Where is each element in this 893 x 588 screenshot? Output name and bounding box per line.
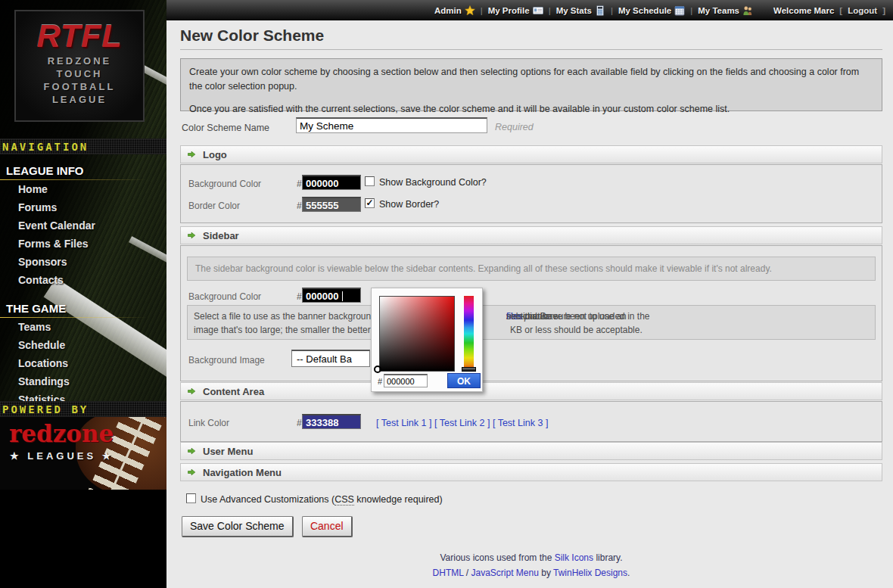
javascript-menu-link[interactable]: JavaScript Menu bbox=[471, 568, 539, 578]
page-title: New Color Scheme bbox=[180, 26, 324, 45]
welcome-user-label: Welcome Marc bbox=[773, 6, 834, 15]
redzone-leagues-logo[interactable]: redzone ★ LEAGUES ★ bbox=[0, 417, 166, 490]
advanced-customizations-label: Use Advanced Customizations (CSS knowled… bbox=[201, 494, 443, 505]
show-bg-color-checkbox[interactable] bbox=[365, 176, 375, 186]
picker-hex-input[interactable] bbox=[384, 374, 428, 387]
section-header-user-menu[interactable]: User Menu bbox=[180, 442, 882, 460]
brand-name: redzone bbox=[9, 420, 114, 447]
sidebar-item-event-calendar[interactable]: Event Calendar bbox=[0, 216, 166, 235]
title-divider bbox=[180, 49, 882, 50]
calculator-icon bbox=[595, 5, 605, 16]
twinhelix-link[interactable]: TwinHelix Designs bbox=[553, 568, 627, 578]
sidebar-item-home[interactable]: Home bbox=[0, 180, 166, 198]
sidebar-item-forms-files[interactable]: Forms & Files bbox=[0, 235, 166, 253]
color-selection-marker[interactable] bbox=[374, 366, 381, 373]
sidebar-item-locations[interactable]: Locations bbox=[0, 354, 166, 372]
background-image-label: Background Image bbox=[188, 355, 265, 366]
logo-line: FOOTBALL bbox=[16, 80, 143, 93]
logout-link[interactable]: Logout bbox=[848, 6, 877, 15]
color-picker-popup: # OK bbox=[371, 288, 483, 392]
logo-line: TOUCH bbox=[16, 67, 143, 80]
saturation-value-square[interactable] bbox=[379, 296, 455, 372]
action-buttons: Save Color Scheme Cancel bbox=[182, 516, 358, 537]
sidebar-panel: The sidebar background color is viewable… bbox=[180, 245, 882, 381]
menu-my-profile[interactable]: My Profile bbox=[488, 5, 543, 16]
menu-my-schedule[interactable]: My Schedule bbox=[618, 5, 685, 16]
save-color-scheme-button[interactable]: Save Color Scheme bbox=[182, 516, 294, 537]
sidebar-bg-color-label: Background Color bbox=[188, 291, 261, 302]
star-icon bbox=[465, 5, 475, 16]
logo-line: LEAGUE bbox=[16, 93, 143, 106]
show-border-checkbox[interactable]: ✓ bbox=[365, 198, 375, 208]
logo-bg-color-label: Background Color bbox=[188, 179, 261, 189]
scheme-name-label: Color Scheme Name bbox=[182, 123, 269, 133]
nav-group-the-game: THE GAME bbox=[0, 299, 166, 318]
hue-slider-handle[interactable] bbox=[462, 367, 476, 372]
logo-line: REDZONE bbox=[16, 54, 143, 67]
green-arrow-icon bbox=[187, 446, 196, 456]
green-arrow-icon bbox=[187, 150, 196, 159]
picker-ok-button[interactable]: OK bbox=[447, 373, 481, 388]
vcard-icon bbox=[533, 5, 543, 16]
dhtml-link[interactable]: DHTML bbox=[433, 568, 464, 578]
menu-my-teams[interactable]: My Teams bbox=[698, 5, 753, 16]
hash-prefix: # bbox=[297, 291, 302, 302]
show-bg-color-label: Show Background Color? bbox=[379, 177, 487, 188]
sidebar: RTFL REDZONE TOUCH FOOTBALL LEAGUE NAVIG… bbox=[0, 0, 166, 588]
intro-paragraph: Once you are satisfied with the current … bbox=[189, 102, 873, 117]
sidebar-item-sponsors[interactable]: Sponsors bbox=[0, 253, 166, 271]
app-window: RTFL REDZONE TOUCH FOOTBALL LEAGUE NAVIG… bbox=[0, 0, 893, 588]
section-header-sidebar[interactable]: Sidebar bbox=[180, 226, 882, 244]
logout-bracket: ] bbox=[882, 6, 885, 15]
logo-border-color-label: Border Color bbox=[188, 201, 240, 211]
advanced-customizations-checkbox[interactable] bbox=[186, 493, 196, 503]
content-area-panel: Link Color # 333388 [ Test Link 1 ] [ Te… bbox=[180, 401, 882, 442]
sidebar-note: The sidebar background color is viewable… bbox=[187, 257, 876, 281]
show-border-label: Show Border? bbox=[379, 199, 439, 210]
logo-bg-color-input[interactable]: 000000 bbox=[302, 175, 361, 190]
sidebar-bg-color-input[interactable]: 000000 bbox=[302, 288, 361, 303]
intro-paragraph: Create your own color scheme by choosing… bbox=[189, 65, 873, 94]
required-hint: Required bbox=[495, 122, 534, 132]
hash-prefix: # bbox=[297, 201, 302, 211]
menu-admin[interactable]: Admin bbox=[434, 5, 475, 16]
menu-my-stats[interactable]: My Stats bbox=[556, 5, 605, 16]
logo-panel: Background Color # 000000 Show Backgroun… bbox=[180, 164, 882, 223]
sidebar-item-schedule[interactable]: Schedule bbox=[0, 336, 166, 354]
scheme-name-input[interactable] bbox=[296, 117, 487, 133]
silk-icons-link[interactable]: Silk Icons bbox=[555, 552, 593, 563]
css-abbr: CSS bbox=[334, 494, 354, 506]
sidebar-nav: LEAGUE INFO Home Forums Event Calendar F… bbox=[0, 161, 166, 409]
section-header-logo[interactable]: Logo bbox=[180, 145, 882, 163]
hash-prefix: # bbox=[297, 418, 302, 428]
sidebar-item-teams[interactable]: Teams bbox=[0, 318, 166, 336]
green-arrow-icon bbox=[187, 468, 196, 477]
brand-subtitle: ★ LEAGUES ★ bbox=[10, 450, 114, 462]
top-menu-bar: Admin | My Profile | My Stats | My Sched… bbox=[166, 0, 893, 20]
league-logo[interactable]: RTFL REDZONE TOUCH FOOTBALL LEAGUE bbox=[14, 10, 145, 122]
hash-prefix: # bbox=[378, 377, 382, 386]
test-link-1[interactable]: Test Link 1 bbox=[381, 418, 427, 428]
group-icon bbox=[742, 5, 753, 16]
link-color-input[interactable]: 333388 bbox=[302, 414, 361, 429]
cancel-button[interactable]: Cancel bbox=[302, 516, 353, 537]
sidebar-item-forums[interactable]: Forums bbox=[0, 198, 166, 216]
calendar-icon bbox=[674, 5, 685, 16]
test-link-2[interactable]: Test Link 2 bbox=[440, 418, 485, 428]
link-color-label: Link Color bbox=[188, 418, 229, 428]
test-link-3[interactable]: Test Link 3 bbox=[498, 418, 543, 428]
section-header-navigation-menu[interactable]: Navigation Menu bbox=[180, 463, 882, 481]
text-caret bbox=[342, 291, 343, 301]
logo-border-color-input[interactable]: 555555 bbox=[302, 197, 361, 212]
navigation-marquee: NAVIGATION bbox=[0, 138, 166, 154]
hue-slider[interactable] bbox=[464, 296, 474, 372]
background-image-select[interactable]: -- Default Ba bbox=[291, 350, 370, 367]
hash-prefix: # bbox=[297, 179, 302, 189]
menu-separator: | bbox=[549, 6, 551, 15]
nav-group-league-info: LEAGUE INFO bbox=[0, 161, 166, 180]
sidebar-item-standings[interactable]: Standings bbox=[0, 372, 166, 390]
menu-separator: | bbox=[481, 6, 483, 15]
sidebar-item-contacts[interactable]: Contacts bbox=[0, 271, 166, 289]
background-image-note: Select a file to use as the banner backg… bbox=[187, 305, 876, 340]
section-header-content-area[interactable]: Content Area bbox=[180, 382, 882, 400]
